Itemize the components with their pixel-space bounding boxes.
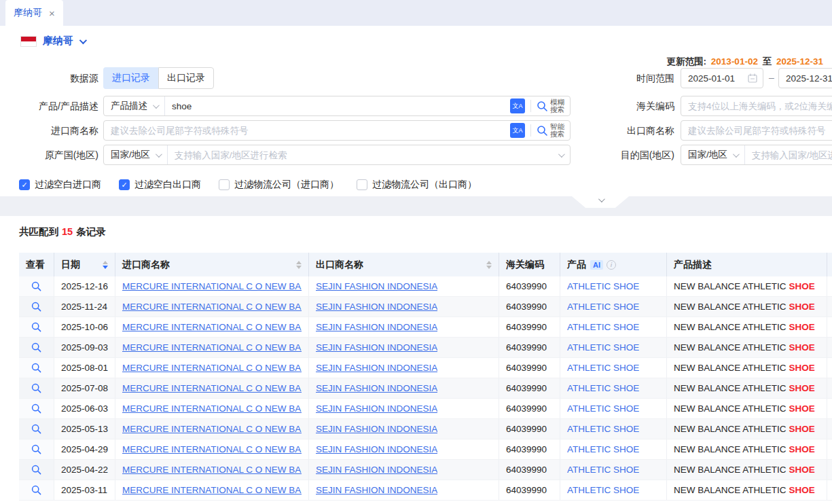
sort-asc-icon[interactable] [486, 261, 492, 264]
product-cell: ATHLETIC SHOE [560, 460, 667, 480]
product-link[interactable]: ATHLETIC SHOE [567, 485, 639, 495]
view-record-button[interactable] [19, 317, 54, 337]
hs-code-cell: 64039990 [499, 317, 560, 337]
sliver-cell [827, 378, 832, 398]
sort-date-control[interactable] [103, 261, 108, 269]
sliver-cell [827, 460, 832, 480]
exporter-input[interactable] [681, 121, 832, 140]
close-icon[interactable]: × [49, 7, 55, 19]
date-cell: 2025-05-13 [54, 419, 115, 439]
product-search-input[interactable] [165, 96, 510, 115]
sort-asc-icon[interactable] [103, 261, 108, 264]
search-highlight: SHOE [789, 302, 815, 312]
exporter-cell: SEJIN FASHION INDONESIA [309, 317, 499, 337]
view-record-button[interactable] [19, 358, 54, 378]
exporter-link[interactable]: SEJIN FASHION INDONESIA [316, 342, 437, 353]
header-date[interactable]: 日期 [54, 253, 115, 276]
importer-label: 进口商名称 [0, 120, 98, 141]
view-record-button[interactable] [19, 480, 54, 500]
import-records-button[interactable]: 进口记录 [103, 67, 158, 89]
product-link[interactable]: ATHLETIC SHOE [567, 465, 639, 475]
hs-code-cell: 64039990 [499, 460, 560, 480]
results-table: 查看 日期 进口商名称 出口商名称 [19, 253, 832, 501]
info-icon[interactable] [607, 260, 616, 270]
translate-icon[interactable]: 文A [510, 123, 525, 138]
product-link[interactable]: ATHLETIC SHOE [567, 302, 639, 312]
export-records-button[interactable]: 出口记录 [158, 67, 214, 89]
divider [530, 100, 531, 112]
importer-link[interactable]: MERCURE INTERNATIONAL C O NEW BALA... [122, 465, 302, 475]
view-record-button[interactable] [19, 297, 54, 317]
header-importer[interactable]: 进口商名称 [115, 253, 309, 276]
origin-scope-select[interactable]: 国家/地区 [104, 145, 168, 164]
importer-link[interactable]: MERCURE INTERNATIONAL C O NEW BALA... [122, 424, 302, 434]
sort-asc-icon[interactable] [296, 261, 302, 264]
smart-search-button[interactable]: 智能 搜索 [537, 123, 570, 138]
date-end-input[interactable] [779, 69, 832, 88]
filter-checkbox[interactable]: 过滤空白进口商 [19, 179, 101, 191]
exporter-link[interactable]: SEJIN FASHION INDONESIA [316, 403, 437, 414]
view-record-button[interactable] [19, 378, 54, 398]
sort-desc-icon[interactable] [296, 266, 302, 269]
product-link[interactable]: ATHLETIC SHOE [567, 281, 639, 291]
view-record-button[interactable] [19, 399, 54, 418]
fuzzy-search-button[interactable]: 模糊 搜索 [537, 98, 570, 113]
hs-code-input-wrap [681, 96, 832, 116]
exporter-link[interactable]: SEJIN FASHION INDONESIA [316, 363, 437, 373]
importer-link[interactable]: MERCURE INTERNATIONAL C O NEW BALA... [122, 322, 302, 332]
view-record-button[interactable] [19, 276, 54, 296]
exporter-link[interactable]: SEJIN FASHION INDONESIA [316, 485, 437, 495]
sort-desc-icon[interactable] [103, 266, 108, 269]
magnifier-icon [31, 363, 41, 373]
view-record-button[interactable] [19, 338, 54, 357]
tab-monaco[interactable]: 摩纳哥 × [5, 0, 63, 26]
chevron-down-icon [79, 36, 87, 43]
exporter-link[interactable]: SEJIN FASHION INDONESIA [316, 424, 437, 434]
search-highlight: SHOE [789, 281, 815, 291]
product-type-select[interactable]: 产品描述 [104, 96, 165, 115]
destination-scope-select[interactable]: 国家/地区 [681, 145, 745, 164]
filter-checkbox[interactable]: 过滤空白出口商 [119, 179, 201, 191]
product-cell: ATHLETIC SHOE [560, 297, 667, 317]
product-link[interactable]: ATHLETIC SHOE [567, 383, 639, 393]
exporter-link[interactable]: SEJIN FASHION INDONESIA [316, 444, 437, 454]
sort-importer-control[interactable] [296, 261, 302, 269]
sort-exporter-control[interactable] [486, 261, 492, 269]
filter-checkbox[interactable]: 过滤物流公司（出口商） [357, 179, 477, 191]
date-start-input[interactable] [681, 69, 748, 88]
view-record-button[interactable] [19, 460, 54, 480]
product-link[interactable]: ATHLETIC SHOE [567, 424, 639, 434]
exporter-link[interactable]: SEJIN FASHION INDONESIA [316, 322, 437, 332]
exporter-link[interactable]: SEJIN FASHION INDONESIA [316, 302, 437, 312]
importer-link[interactable]: MERCURE INTERNATIONAL C O NEW BALA... [122, 403, 302, 414]
collapse-filters-button[interactable] [572, 196, 629, 208]
destination-country-input[interactable] [745, 145, 832, 164]
sort-desc-icon[interactable] [486, 266, 492, 269]
importer-link[interactable]: MERCURE INTERNATIONAL C O NEW BALA... [122, 444, 302, 454]
importer-link[interactable]: MERCURE INTERNATIONAL C O NEW BALA... [122, 485, 302, 495]
view-record-button[interactable] [19, 439, 54, 459]
exporter-link[interactable]: SEJIN FASHION INDONESIA [316, 281, 437, 291]
product-link[interactable]: ATHLETIC SHOE [567, 444, 639, 454]
filter-checkbox[interactable]: 过滤物流公司（进口商） [219, 179, 339, 191]
product-link[interactable]: ATHLETIC SHOE [567, 322, 639, 332]
importer-link[interactable]: MERCURE INTERNATIONAL C O NEW BALA... [122, 281, 302, 291]
search-highlight: SHOE [789, 403, 815, 414]
product-link[interactable]: ATHLETIC SHOE [567, 403, 639, 414]
origin-country-input[interactable] [168, 145, 558, 164]
header-exporter[interactable]: 出口商名称 [309, 253, 499, 276]
product-link[interactable]: ATHLETIC SHOE [567, 363, 639, 373]
view-record-button[interactable] [19, 419, 54, 439]
importer-link[interactable]: MERCURE INTERNATIONAL C O NEW BALA... [122, 342, 302, 353]
importer-input[interactable] [104, 121, 510, 140]
exporter-link[interactable]: SEJIN FASHION INDONESIA [316, 383, 437, 393]
hs-code-input[interactable] [681, 96, 832, 115]
country-selector[interactable]: 摩纳哥 [20, 35, 85, 48]
importer-link[interactable]: MERCURE INTERNATIONAL C O NEW BALA... [122, 302, 302, 312]
destination-country-label: 目的国(地区) [574, 145, 674, 165]
translate-icon[interactable]: 文A [510, 98, 525, 113]
product-link[interactable]: ATHLETIC SHOE [567, 342, 639, 353]
importer-link[interactable]: MERCURE INTERNATIONAL C O NEW BALA... [122, 363, 302, 373]
importer-link[interactable]: MERCURE INTERNATIONAL C O NEW BALA... [122, 383, 302, 393]
exporter-link[interactable]: SEJIN FASHION INDONESIA [316, 465, 437, 475]
